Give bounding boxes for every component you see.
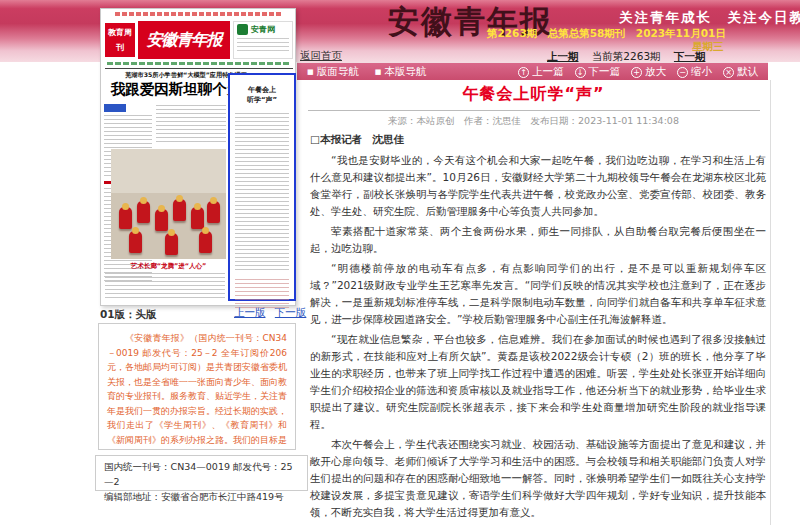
edu-weekly-badge: 教育周刊 [105, 23, 135, 57]
content-right-border [770, 80, 771, 525]
zoom-in-label: 放大 [645, 65, 666, 79]
photo-caption: 艺术长廊“龙腾”进“人心” [111, 262, 226, 271]
arrow-up-circle-icon: ↑ [518, 67, 529, 78]
plus-circle-icon: + [631, 67, 642, 78]
this-page-nav-button[interactable]: ■ 本版导航 [375, 65, 427, 79]
zoom-out-label: 缩小 [691, 65, 712, 79]
page-nav-links: 上一版 下一版 [228, 306, 298, 320]
newspaper-page-thumbnail[interactable]: 教育周刊 安徽青年报 安青网 芜湖市35所小学尝鲜“大模型”应用特色课程 我跟爱… [100, 8, 296, 306]
text-placeholder [235, 279, 289, 309]
thumbnail-masthead: 教育周刊 安徽青年报 安青网 [105, 21, 293, 59]
next-page-link[interactable]: 下一版 [275, 306, 307, 318]
page-nav-button[interactable]: ■ 版面导航 [307, 65, 359, 79]
issue-info: 第2263期 总第总第58期刊 2023年11月01日 [487, 27, 726, 41]
thumbnail-dateline-placeholder [115, 12, 283, 16]
article-toolbar: ■ 版面导航 ■ 本版导航 ↑ 上一篇 ↓ 下一篇 + 放大 − [297, 62, 768, 80]
prev-article-label: 上一篇 [532, 65, 564, 79]
next-issue-link[interactable]: 下一期 [674, 50, 706, 62]
article-paragraph: “我也是安财毕业的，今天有这个机会和大家一起吃午餐，我们边吃边聊，在学习和生活上… [310, 152, 766, 220]
page-nav-label: 版面导航 [317, 65, 359, 79]
divider [105, 68, 293, 69]
minus-circle-icon: − [677, 67, 688, 78]
article-paragraph: “明德楼前停放的电动车有点多，有点影响同学们的出行，是不是可以重新规划停车区域？… [310, 260, 766, 328]
reset-zoom-button[interactable]: × 默认 [723, 65, 758, 79]
thumbnail-masthead-title: 安徽青年报 [138, 21, 230, 59]
article-title: 午餐会上听学“声” [297, 84, 770, 105]
reset-zoom-label: 默认 [737, 65, 758, 79]
site-logo-box: 安青网 [233, 21, 293, 59]
zoom-in-button[interactable]: + 放大 [631, 65, 666, 79]
article-body: “我也是安财毕业的，今天有这个机会和大家一起吃午餐，我们边吃边聊，在学习和生活上… [310, 152, 766, 525]
prev-article-button[interactable]: ↑ 上一篇 [518, 65, 564, 79]
text-placeholder [156, 105, 226, 145]
divider [308, 110, 760, 111]
column-tag [104, 104, 126, 112]
article-meta: 来源：本站原创 作者：沈思佳 发布日期：2023-11-01 11:34:08 [297, 115, 770, 128]
article-paragraph: “现在就业信息繁杂，平台也较多，信息难辨。我们在参加面试的时候也遇到了很多没接触… [310, 331, 766, 433]
zoom-out-button[interactable]: − 缩小 [677, 65, 712, 79]
next-article-button[interactable]: ↓ 下一篇 [575, 65, 621, 79]
next-article-label: 下一篇 [589, 65, 621, 79]
text-placeholder [235, 113, 289, 273]
arrow-down-circle-icon: ↓ [575, 67, 586, 78]
site-slogan: 关注青年成长 关注今日教育 [619, 9, 800, 27]
newspaper-about-box: 《安徽青年报》（国内统一刊号：CN34－0019 邮发代号：25－2 全年订阅价… [98, 323, 296, 450]
text-placeholder [105, 273, 225, 301]
article-byline: □本报记者 沈思佳 [310, 133, 404, 147]
newspaper-photo [111, 149, 226, 259]
thumbnail-article-title: 午餐会上 听学“声” [230, 85, 294, 105]
editorial-address: 编辑部地址：安徽省合肥市长江中路419号 [104, 489, 299, 504]
epaper-page: 安徽青年报 关注青年成长 关注今日教育 第2263期 总第总第58期刊 2023… [0, 0, 800, 525]
site-logo-label: 安青网 [251, 24, 275, 35]
text-placeholder [237, 38, 289, 52]
publication-number: 国内统一刊号：CN34—0019 邮发代号：25—2 [104, 459, 299, 489]
prev-page-link[interactable]: 上一版 [234, 306, 266, 318]
current-article-highlight-box[interactable]: 午餐会上 听学“声” [228, 73, 296, 301]
text-placeholder [107, 62, 291, 65]
this-page-nav-label: 本版导航 [384, 65, 426, 79]
square-bullet-icon: ■ [375, 67, 382, 77]
publication-info-box: 国内统一刊号：CN34—0019 邮发代号：25—2 编辑部地址：安徽省合肥市长… [95, 455, 308, 491]
page-label: 01版：头版 [100, 308, 157, 322]
square-bullet-icon: ■ [307, 67, 314, 77]
article-paragraph: 本次午餐会上，学生代表还围绕实习就业、校园活动、基础设施等方面提出了意见和建议，… [310, 436, 766, 521]
current-issue-label: 当前第2263期 [592, 50, 661, 62]
cross-circle-icon: × [723, 67, 734, 78]
article-paragraph: 荤素搭配十道家常菜、两个主食两份水果，师生一同排队，从自助餐台取完餐后便围坐在一… [310, 223, 766, 257]
prev-issue-link[interactable]: 上一期 [547, 50, 579, 62]
back-home-link[interactable]: 返回首页 [300, 49, 342, 63]
anqing-net-logo-icon [237, 24, 248, 35]
